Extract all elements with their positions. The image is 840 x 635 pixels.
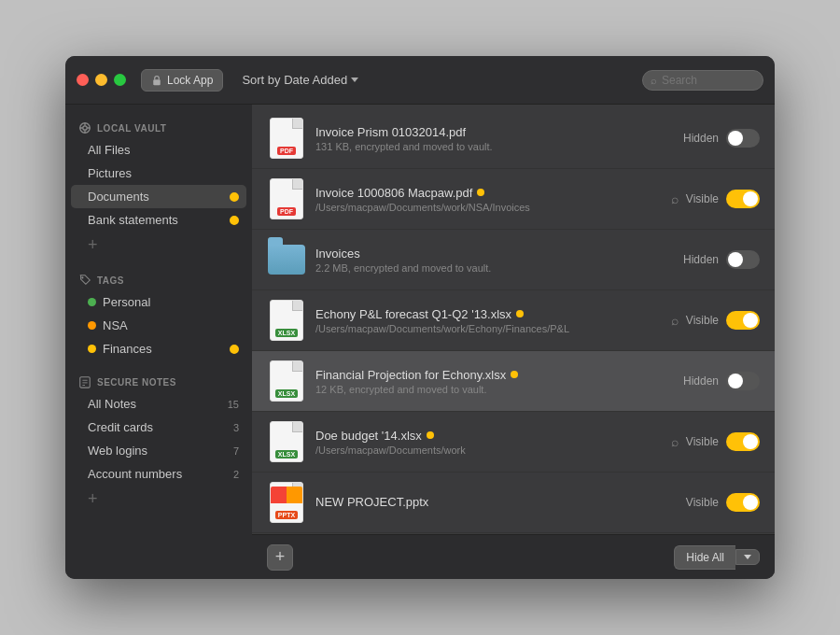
visibility-toggle[interactable] [726,250,760,269]
file-actions: Visible [686,493,760,512]
svg-rect-0 [153,79,161,85]
file-item[interactable]: PPTX NEW PROJECT.pptx Visible [252,473,775,533]
file-icon-container: PDF [267,176,306,221]
notes-icon [78,375,91,388]
chevron-down-icon [351,78,358,82]
file-item[interactable]: Invoices 2.2 MB, encrypted and moved to … [252,230,775,290]
bank-dot [230,216,239,225]
visibility-label: Visible [686,192,719,205]
xlsx-icon: XLSX [270,360,303,402]
divider2 [65,360,252,370]
file-name: NEW PROJECT.pptx [315,495,677,509]
sidebar-item-web-logins[interactable]: Web logins 7 [65,439,252,462]
add-label: + [275,547,286,567]
main-area: LOCAL VAULT All Files Pictures Documents… [65,105,775,579]
credit-badge: 3 [233,422,239,433]
notes-add-button[interactable]: + [65,486,252,513]
toggle-knob [728,374,743,388]
file-info: Invoice Prism 01032014.pdf 131 KB, encry… [315,125,674,152]
file-item[interactable]: PDF Invoice Prism 01032014.pdf 131 KB, e… [252,108,775,169]
account-badge: 2 [233,469,239,480]
search-file-icon[interactable]: ⌕ [671,191,679,206]
file-name: Invoice Prism 01032014.pdf [315,125,674,139]
file-item[interactable]: XLSX Financial Projection for Echony.xls… [252,351,775,412]
file-item[interactable]: XLSX Doe budget '14.xlsx /Users/macpaw/D… [252,412,775,473]
minimize-button[interactable] [95,74,107,86]
sidebar: LOCAL VAULT All Files Pictures Documents… [65,105,252,579]
hide-all-group: Hide All [674,545,760,570]
hide-all-button[interactable]: Hide All [674,545,735,570]
visibility-toggle[interactable] [726,432,760,451]
tags-label: TAGS [97,275,124,286]
visibility-label: Hidden [683,253,719,266]
sidebar-item-bank-statements[interactable]: Bank statements [65,208,252,232]
file-info: Invoice 1000806 Macpaw.pdf /Users/macpaw… [315,186,662,213]
visibility-toggle[interactable] [726,372,760,390]
local-vault-add-button[interactable]: + [65,232,252,259]
sort-button[interactable]: Sort by Date Added [242,73,358,87]
sidebar-item-all-notes[interactable]: All Notes 15 [65,392,252,416]
secure-notes-header: SECURE NOTES [65,370,252,392]
search-input[interactable] [662,74,755,87]
nsa-dot [88,321,96,330]
file-meta: 2.2 MB, encrypted and moved to vault. [315,262,674,274]
close-button[interactable] [77,74,89,86]
svg-point-2 [83,126,87,130]
finances-badge [230,345,239,354]
add-file-button[interactable]: + [267,544,293,571]
visibility-label: Visible [686,435,719,448]
file-dot [477,189,484,196]
file-icon-container: XLSX [267,359,306,403]
traffic-lights [77,74,126,86]
visibility-toggle[interactable] [726,493,760,512]
file-icon-container: PPTX [267,480,306,525]
sidebar-item-account-numbers[interactable]: Account numbers 2 [65,462,252,486]
sidebar-item-finances[interactable]: Finances [65,337,252,360]
visibility-toggle[interactable] [726,129,760,148]
sidebar-item-all-files[interactable]: All Files [65,138,252,162]
visibility-label: Visible [686,314,719,327]
web-badge: 7 [233,445,239,457]
svg-point-7 [81,276,83,278]
file-icon-container [267,237,306,282]
file-actions: Hidden [683,250,760,269]
search-icon: ⌕ [651,75,657,86]
xlsx-icon: XLSX [270,300,303,341]
file-info: Doe budget '14.xlsx /Users/macpaw/Docume… [315,429,662,456]
sidebar-item-pictures[interactable]: Pictures [65,162,252,185]
visibility-label: Visible [686,496,719,509]
file-name: Invoice 1000806 Macpaw.pdf [315,186,662,200]
vault-icon [78,121,91,134]
toggle-knob [743,495,758,510]
titlebar: Lock App Sort by Date Added ⌕ [65,56,775,105]
file-info: Financial Projection for Echony.xlsx 12 … [315,368,674,395]
folder-icon [268,245,305,275]
sidebar-item-documents[interactable]: Documents [71,185,246,208]
lock-app-button[interactable]: Lock App [141,69,223,92]
file-item[interactable]: PDF Invoice 1000806 Macpaw.pdf /Users/ma… [252,169,775,230]
sidebar-item-nsa[interactable]: NSA [65,314,252,337]
toggle-knob [743,313,758,328]
visibility-toggle[interactable] [726,190,760,208]
content-area: PDF Invoice Prism 01032014.pdf 131 KB, e… [252,105,775,579]
search-box[interactable]: ⌕ [642,70,763,91]
hide-all-dropdown-button[interactable] [735,549,760,565]
sidebar-item-credit-cards[interactable]: Credit cards 3 [65,416,252,439]
all-notes-badge: 15 [228,399,239,410]
file-actions: Hidden [683,372,760,390]
file-name: Doe budget '14.xlsx [315,429,662,443]
file-item[interactable]: XLSX Echony P&L forecast Q1-Q2 '13.xlsx … [252,290,775,351]
file-name: Echony P&L forecast Q1-Q2 '13.xlsx [315,307,662,321]
bottom-bar: + Hide All [252,534,775,579]
file-list: PDF Invoice Prism 01032014.pdf 131 KB, e… [252,105,775,534]
app-window: Lock App Sort by Date Added ⌕ [65,56,775,579]
xlsx-icon: XLSX [270,421,303,462]
file-icon-container: PDF [267,116,306,161]
maximize-button[interactable] [114,74,126,86]
visibility-toggle[interactable] [726,311,760,330]
tags-header: TAGS [65,268,252,290]
file-actions: ⌕ Visible [671,432,760,451]
search-file-icon[interactable]: ⌕ [671,313,679,328]
search-file-icon[interactable]: ⌕ [671,434,679,449]
sidebar-item-personal[interactable]: Personal [65,290,252,314]
